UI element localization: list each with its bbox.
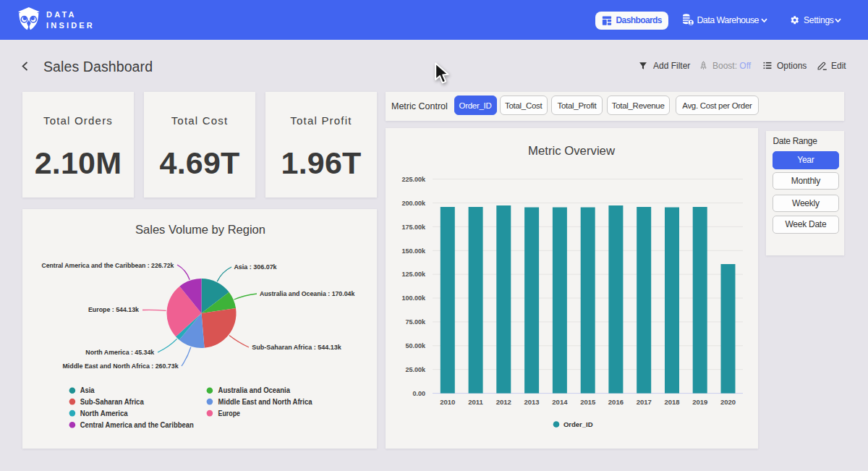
svg-text:Sub-Saharan Africa : 544.13k: Sub-Saharan Africa : 544.13k: [252, 343, 341, 351]
svg-text:2014: 2014: [552, 398, 568, 406]
svg-text:North America: North America: [80, 410, 128, 417]
svg-text:Sales Volume by Region: Sales Volume by Region: [135, 223, 265, 236]
svg-text:2017: 2017: [637, 398, 652, 406]
svg-text:100.00k: 100.00k: [401, 294, 426, 302]
svg-text:2020: 2020: [720, 398, 736, 406]
svg-text:2018: 2018: [664, 398, 679, 406]
svg-text:Europe: Europe: [218, 410, 241, 417]
svg-text:Central America and the Caribb: Central America and the Caribbean : 226.…: [41, 261, 174, 269]
svg-text:150.00k: 150.00k: [401, 247, 426, 255]
svg-text:Asia: Asia: [80, 386, 95, 394]
svg-text:225.00k: 225.00k: [401, 176, 426, 183]
svg-text:Australia and Oceania : 170.04: Australia and Oceania : 170.04k: [260, 289, 355, 297]
svg-text:Asia : 306.07k: Asia : 306.07k: [234, 263, 277, 271]
svg-text:Central America and the Caribb: Central America and the Caribbean: [80, 421, 194, 429]
svg-text:Order_ID: Order_ID: [563, 420, 593, 428]
svg-text:175.00k: 175.00k: [401, 224, 426, 231]
svg-text:Middle East and North Africa: Middle East and North Africa: [218, 398, 312, 406]
svg-text:25.00k: 25.00k: [405, 366, 426, 373]
svg-text:200.00k: 200.00k: [401, 200, 426, 207]
svg-text:2013: 2013: [524, 398, 540, 406]
svg-text:125.00k: 125.00k: [401, 271, 426, 278]
svg-text:Sub-Saharan Africa: Sub-Saharan Africa: [80, 398, 144, 406]
svg-text:2015: 2015: [580, 398, 596, 406]
svg-text:2011: 2011: [468, 398, 483, 406]
svg-text:Metric Overview: Metric Overview: [528, 144, 616, 158]
svg-text:Middle East and North Africa :: Middle East and North Africa : 260.73k: [63, 362, 179, 370]
svg-text:0.00: 0.00: [412, 390, 425, 397]
svg-text:2012: 2012: [496, 398, 511, 406]
svg-text:2019: 2019: [692, 398, 707, 406]
svg-text:2016: 2016: [608, 398, 624, 406]
svg-text:50.00k: 50.00k: [405, 342, 426, 349]
svg-text:Australia and Oceania: Australia and Oceania: [218, 386, 291, 394]
svg-text:Europe : 544.13k: Europe : 544.13k: [88, 305, 140, 313]
svg-text:2010: 2010: [440, 398, 455, 406]
svg-text:North America : 45.34k: North America : 45.34k: [85, 348, 155, 356]
svg-text:75.00k: 75.00k: [405, 318, 426, 326]
